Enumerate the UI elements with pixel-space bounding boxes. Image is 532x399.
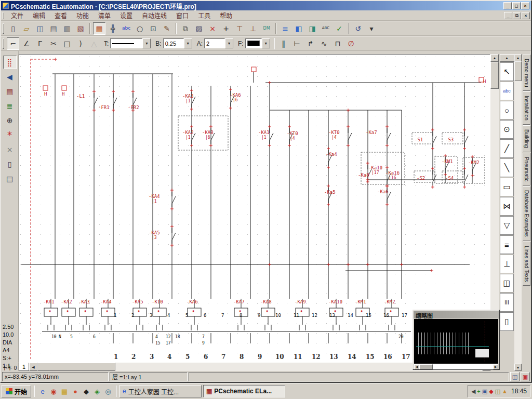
delete-net-icon[interactable]: × — [3, 143, 17, 156]
coil-label-kt0[interactable]: -KT0 — [152, 300, 163, 304]
thumbnail-scroll-track[interactable] — [433, 364, 493, 369]
text-symbol-icon[interactable]: abc — [500, 82, 514, 100]
symbol-tab-demo-menu[interactable]: Demo menu — [523, 55, 530, 91]
component-label-ka2[interactable]: -KA2 — [182, 130, 194, 135]
speaker-icon[interactable]: ◀ — [3, 70, 17, 84]
task-button-2[interactable]: ▦PCschematic ELa... — [203, 385, 285, 397]
angle-value[interactable]: 2 — [204, 38, 225, 48]
funnel-symbol-icon[interactable]: ▽ — [500, 216, 514, 235]
mdi-restore-button[interactable]: ⧉ — [513, 12, 521, 19]
pin-bottom-icon[interactable]: ⊥ — [247, 22, 259, 35]
delete-icon[interactable]: × — [206, 22, 219, 35]
rect-tool-icon[interactable]: □ — [61, 37, 73, 50]
menu-item-1[interactable]: 文件 — [6, 10, 28, 21]
back-view-icon[interactable]: ◨ — [306, 22, 318, 35]
object-list-icon[interactable]: ≡ — [279, 22, 291, 35]
component-label-h[interactable]: H — [62, 92, 64, 97]
copy-icon[interactable]: ⧉ — [179, 22, 192, 35]
task-button-1[interactable]: e工控人家园 工控... — [119, 385, 202, 397]
conductor-icon[interactable]: ⊓ — [331, 37, 344, 50]
component-label-ka3[interactable]: -KA3 — [182, 94, 194, 99]
print-icon[interactable]: ▤ — [47, 22, 60, 35]
coil-label-km1[interactable]: -KM1 — [355, 300, 366, 304]
pencil-tool-icon[interactable]: ✎ — [161, 22, 173, 35]
resistor-symbol-icon[interactable]: ≡ — [500, 235, 514, 254]
mdi-close-button[interactable]: × — [522, 12, 530, 19]
component-label-s2[interactable]: -S2 — [417, 176, 425, 181]
probe-symbol-icon[interactable]: ↖ — [500, 62, 514, 81]
line-width-arrow-icon[interactable]: ▼ — [184, 38, 192, 48]
component-label-s4[interactable]: -S4 — [445, 176, 454, 181]
component-label-h[interactable]: H — [483, 79, 486, 84]
router-grid-icon[interactable]: ▦ — [93, 22, 105, 35]
component-label-km1[interactable]: -KM1 — [442, 159, 453, 164]
coil-label-ka9[interactable]: -KA9 — [295, 300, 306, 304]
desktop-icon[interactable]: ▤ — [59, 386, 70, 396]
meter-symbol-icon[interactable]: ⊙ — [500, 120, 514, 139]
bus-tool-icon[interactable]: ⊢ — [291, 37, 303, 50]
tray-net-icon[interactable]: ◫ — [495, 389, 500, 394]
valve-symbol-icon[interactable]: ⋈ — [500, 197, 514, 216]
symbol-tab-installation[interactable]: Installation — [523, 91, 530, 125]
component-label-ka6[interactable]: -Ka6 — [377, 190, 389, 194]
minimize-button[interactable]: _ — [503, 2, 512, 9]
parallel-lines-icon[interactable]: ∥ — [277, 37, 290, 50]
lamp-symbol-icon[interactable]: ○ — [500, 101, 514, 119]
component-label-ka6[interactable]: -KA6 — [230, 93, 241, 98]
tray-ime-icon[interactable]: ▣ — [482, 389, 487, 394]
component-label-ka7[interactable]: -Ka7 — [366, 130, 377, 135]
thumbnail-title[interactable]: 缩略图 — [414, 311, 499, 318]
component-label-s3[interactable]: -S3 — [445, 138, 454, 142]
component-label-ka4[interactable]: -KA4 — [149, 194, 160, 199]
line-type-value[interactable] — [110, 38, 142, 48]
start-button[interactable]: 开始 — [2, 385, 31, 397]
circle-tool-icon[interactable]: ○ — [134, 22, 146, 35]
symbol-tab-pneumatic[interactable]: Pneumatic — [523, 153, 530, 185]
maximize-button[interactable]: □ — [512, 2, 521, 9]
component-label-h[interactable]: H — [44, 92, 47, 97]
thumbnail-scroll-thumb[interactable] — [419, 364, 433, 369]
component-label-ka5[interactable]: -KA5 — [149, 231, 160, 235]
menu-item-4[interactable]: 功能 — [72, 10, 94, 21]
move-icon[interactable]: + — [220, 22, 232, 35]
text-tool-icon[interactable]: abc — [120, 22, 132, 35]
browser-icon[interactable]: ◎ — [103, 386, 113, 396]
color-value[interactable] — [245, 38, 262, 48]
palette-scrollbar[interactable]: ▲ ▼ — [514, 54, 522, 371]
close-button[interactable]: × — [521, 2, 529, 9]
arc-tool-icon[interactable]: ) — [74, 37, 87, 50]
coil-label-km2[interactable]: -KM2 — [384, 300, 395, 304]
tray-sound-icon[interactable]: ◀ — [471, 389, 475, 394]
symbol-tool-icon[interactable]: ⊡ — [147, 22, 159, 35]
tray-qq-icon[interactable]: ◆ — [489, 389, 493, 394]
line-width-value[interactable]: 0.25 — [163, 38, 184, 48]
zoom-icon[interactable]: ⊕ — [3, 114, 17, 127]
route-tool-icon[interactable]: ⌐ — [7, 37, 19, 50]
reference-star-icon[interactable]: * — [3, 128, 17, 142]
open-icon[interactable]: ▱ — [20, 22, 33, 35]
relay-symbol-icon[interactable]: ◫ — [500, 274, 514, 292]
symbol-tab-building[interactable]: Building — [523, 125, 530, 152]
status-pin-button[interactable]: ▣ — [521, 372, 530, 381]
palette-up-icon[interactable]: ▲ — [500, 54, 514, 62]
corner-route-icon[interactable]: ↱ — [304, 37, 317, 50]
status-save-button[interactable]: ◫ — [510, 372, 520, 381]
thumbnail-scrollbar[interactable]: ◀ ▶ — [414, 364, 498, 369]
palette-scroll-up-icon[interactable]: ▲ — [514, 54, 522, 61]
spell-check-icon[interactable]: ABC — [320, 22, 332, 35]
component-label-ka4[interactable]: -Ka4 — [326, 152, 337, 157]
coil-symbol-icon[interactable]: ▭ — [500, 178, 514, 196]
contact-no-symbol-icon[interactable]: ╱ — [500, 139, 514, 158]
menu-item-3[interactable]: 查看 — [50, 10, 72, 21]
component-label-ka8[interactable]: -KA8 — [202, 130, 214, 135]
side-view-icon[interactable]: ◧ — [292, 22, 305, 35]
cut-tool-icon[interactable]: ✂ — [47, 37, 60, 50]
menu-item-6[interactable]: 设置 — [115, 10, 137, 21]
thumbnail-scroll-right-icon[interactable]: ▶ — [493, 364, 498, 369]
coil-label-ka7[interactable]: -KA7 — [233, 300, 245, 304]
no-voltage-icon[interactable]: ∅ — [345, 37, 357, 50]
component-label-fr2[interactable]: -FR2 — [128, 105, 139, 110]
vertical-scroll-thumb[interactable] — [490, 62, 499, 89]
mail-icon[interactable]: ◉ — [48, 386, 59, 396]
menu-item-2[interactable]: 编辑 — [28, 10, 50, 21]
